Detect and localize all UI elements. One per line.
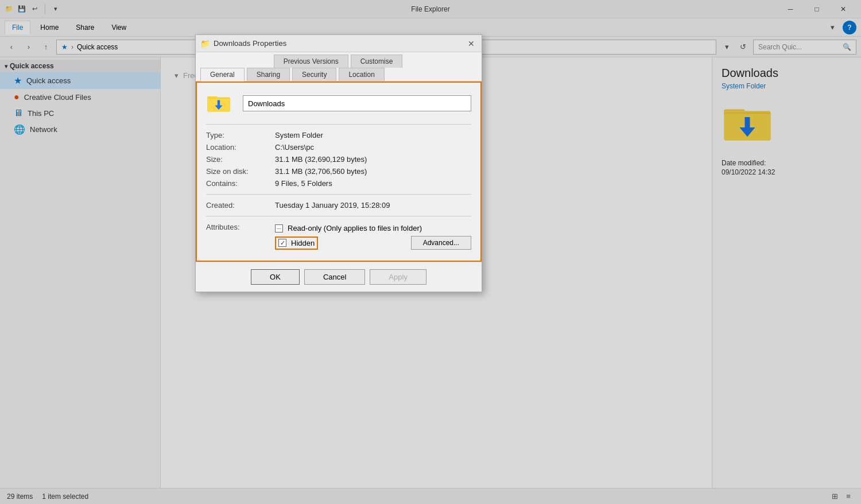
properties-dialog: 📁 Downloads Properties ✕ Previous Versio…: [195, 34, 482, 292]
readonly-checkbox[interactable]: ─: [275, 224, 283, 232]
hidden-label: Hidden: [291, 239, 315, 247]
size-value: 31.1 MB (32,690,129 bytes): [275, 155, 471, 164]
cancel-button[interactable]: Cancel: [304, 269, 365, 285]
dialog-tabs-row2: General Sharing Security Location: [196, 68, 482, 82]
readonly-label: Read-only (Only applies to files in fold…: [288, 224, 422, 232]
size-row: Size: 31.1 MB (32,690,129 bytes): [206, 153, 471, 165]
location-value: C:\Users\pc: [275, 143, 471, 152]
dialog-tabs-row1: Previous Versions Customise: [196, 52, 482, 68]
tab-previous-versions[interactable]: Previous Versions: [274, 55, 348, 68]
dialog-title: Downloads Properties: [214, 39, 462, 48]
hidden-checkbox[interactable]: ✓: [278, 239, 286, 247]
type-row: Type: System Folder: [206, 129, 471, 141]
dialog-footer: OK Cancel Apply: [196, 262, 482, 292]
location-label: Location:: [206, 143, 275, 152]
tab-location[interactable]: Location: [339, 68, 384, 81]
tab-security[interactable]: Security: [292, 68, 336, 81]
created-label: Created:: [206, 201, 275, 210]
dialog-title-bar: 📁 Downloads Properties ✕: [196, 35, 482, 52]
size-label: Size:: [206, 155, 275, 164]
tab-sharing[interactable]: Sharing: [247, 68, 290, 81]
ok-button[interactable]: OK: [251, 269, 300, 285]
created-row: Created: Tuesday 1 January 2019, 15:28:0…: [206, 199, 471, 211]
advanced-button[interactable]: Advanced...: [411, 236, 471, 250]
hidden-advanced-row: ✓ Hidden Advanced...: [275, 236, 471, 250]
folder-name-input[interactable]: [243, 95, 471, 111]
folder-icon-medium: [206, 92, 234, 115]
hidden-attr-box: ✓ Hidden: [275, 237, 318, 250]
dialog-tabs: Previous Versions Customise General Shar…: [196, 52, 482, 82]
contains-label: Contains:: [206, 179, 275, 188]
attributes-content: ─ Read-only (Only applies to files in fo…: [275, 223, 471, 250]
created-value: Tuesday 1 January 2019, 15:28:09: [275, 201, 471, 210]
attributes-label: Attributes:: [206, 223, 275, 231]
contains-row: Contains: 9 Files, 5 Folders: [206, 177, 471, 189]
dialog-close-button[interactable]: ✕: [466, 38, 477, 49]
size-on-disk-label: Size on disk:: [206, 167, 275, 176]
size-on-disk-value: 31.1 MB (32,706,560 bytes): [275, 167, 471, 176]
size-on-disk-row: Size on disk: 31.1 MB (32,706,560 bytes): [206, 165, 471, 177]
tab-customise[interactable]: Customise: [351, 55, 403, 68]
apply-button[interactable]: Apply: [370, 269, 426, 285]
divider-2: [206, 194, 471, 195]
dialog-body: Type: System Folder Location: C:\Users\p…: [196, 82, 482, 262]
divider-1: [206, 124, 471, 125]
location-row: Location: C:\Users\pc: [206, 141, 471, 153]
attributes-row: Attributes: ─ Read-only (Only applies to…: [206, 221, 471, 251]
dialog-overlay: 📁 Downloads Properties ✕ Previous Versio…: [0, 0, 861, 504]
divider-3: [206, 216, 471, 216]
dialog-folder-icon: 📁: [200, 39, 210, 48]
svg-rect-8: [207, 98, 230, 99]
dialog-header: [206, 92, 471, 115]
type-label: Type:: [206, 131, 275, 139]
readonly-attr-row: ─ Read-only (Only applies to files in fo…: [275, 223, 471, 234]
tab-general[interactable]: General: [200, 68, 245, 82]
type-value: System Folder: [275, 131, 471, 139]
contains-value: 9 Files, 5 Folders: [275, 179, 471, 188]
